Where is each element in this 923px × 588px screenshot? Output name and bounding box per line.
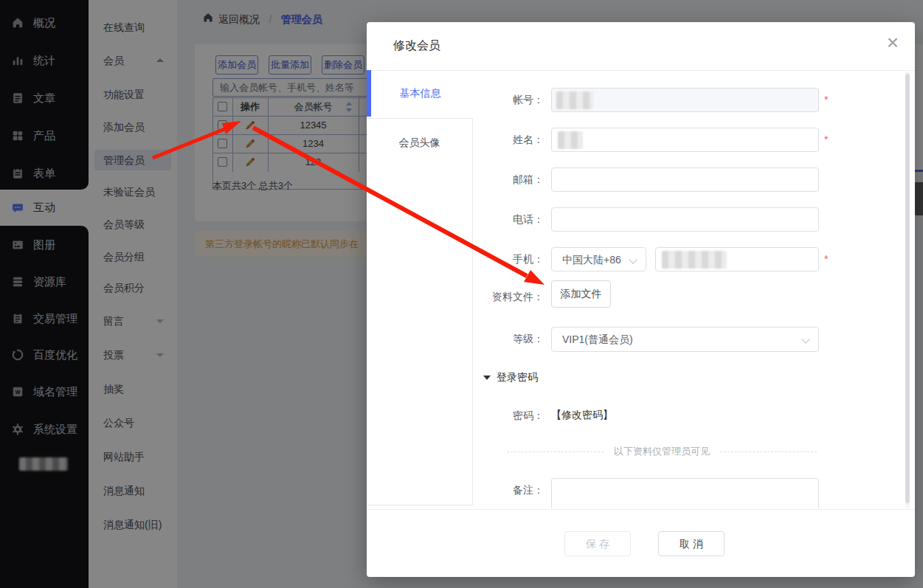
admin-only-text: 以下资料仅管理员可见 xyxy=(614,445,710,458)
mobile-region-value: 中国大陆+86 xyxy=(562,254,621,267)
divider-dash xyxy=(507,452,604,452)
phone-label: 电话： xyxy=(367,213,544,225)
add-file-button[interactable]: 添加文件 xyxy=(551,280,611,308)
email-field[interactable] xyxy=(551,167,819,192)
name-field[interactable] xyxy=(551,128,819,152)
redacted-mobile-value xyxy=(662,251,727,269)
remark-label: 备注： xyxy=(367,484,544,496)
required-mark: * xyxy=(824,134,833,145)
collapse-triangle-icon xyxy=(483,376,491,380)
password-label: 密码： xyxy=(367,409,544,421)
mobile-region-select[interactable]: 中国大陆+86 xyxy=(551,247,646,271)
level-select[interactable]: VIP1(普通会员) xyxy=(551,327,819,352)
redacted-name-value xyxy=(558,131,583,149)
admin-only-divider: 以下资料仅管理员可见 xyxy=(507,445,817,458)
required-mark: * xyxy=(824,94,833,106)
mobile-number-field[interactable] xyxy=(655,247,819,271)
save-button[interactable]: 保 存 xyxy=(564,531,631,556)
files-label: 资料文件： xyxy=(367,291,544,302)
mobile-label: 手机： xyxy=(367,253,544,265)
remark-field[interactable] xyxy=(551,478,819,508)
page-root: 概况 统计 文章 产品 表单 互动 xyxy=(0,0,923,588)
password-section-label: 登录密码 xyxy=(497,371,538,384)
chevron-down-icon xyxy=(801,335,809,343)
divider-dash xyxy=(720,452,817,452)
chevron-down-icon xyxy=(629,255,637,263)
name-label: 姓名： xyxy=(367,134,544,145)
cancel-button[interactable]: 取 消 xyxy=(658,531,725,556)
phone-field[interactable] xyxy=(551,207,819,232)
modal-footer-divider xyxy=(367,509,915,510)
change-password-link[interactable]: 【修改密码】 xyxy=(551,409,613,422)
close-icon[interactable]: × xyxy=(887,32,899,53)
account-label: 帐号： xyxy=(367,94,544,106)
modal-scrollbar-thumb[interactable] xyxy=(905,74,910,503)
password-section-toggle[interactable]: 登录密码 xyxy=(483,371,538,384)
redacted-account-value xyxy=(556,91,593,109)
edit-member-modal: 修改会员 × 基本信息 会员头像 帐号： * 姓名： * 邮箱： 电话： 手机：… xyxy=(367,22,915,577)
required-mark: * xyxy=(824,253,833,265)
email-label: 邮箱： xyxy=(367,173,544,185)
account-field xyxy=(551,88,819,112)
modal-title: 修改会员 xyxy=(393,38,440,54)
level-value: VIP1(普通会员) xyxy=(562,333,633,347)
level-label: 等级： xyxy=(367,333,544,345)
